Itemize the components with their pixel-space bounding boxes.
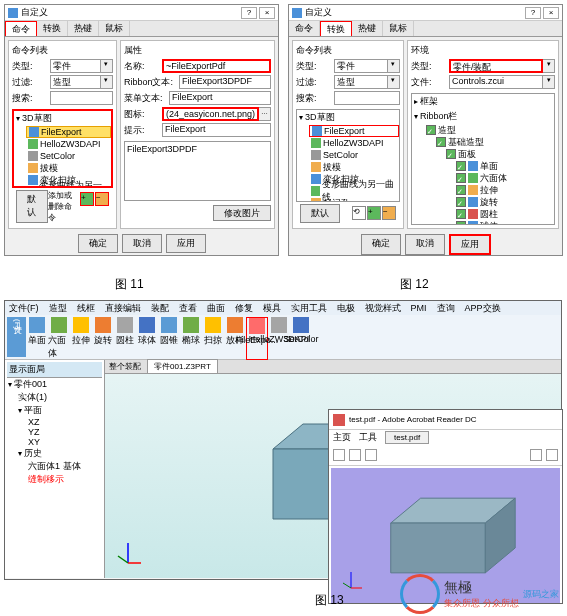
name-field[interactable]: ~FileExportPdf [162,59,271,73]
ribbon-btn[interactable]: 单面 [26,317,48,360]
tab-hotkey[interactable]: 热键 [68,21,99,36]
menu-item[interactable]: 电极 [337,302,355,315]
env-tree[interactable]: ▸框架 ▾Ribbon栏 造型 基础造型 面板 单面 六面体 拉伸 旋转 [411,93,555,225]
default-button[interactable]: 默认 [300,204,340,223]
document-tab[interactable]: 零件001.Z3PRT [147,359,218,374]
pdf-save-icon[interactable] [333,449,345,461]
menu-field[interactable]: FileExport [169,91,271,105]
side-tab[interactable]: 显示面局 [7,362,102,378]
search-field[interactable] [50,91,113,105]
command-tree[interactable]: ▾3D草图 FileExport HelloZW3DAPI SetColor 拔… [12,109,113,188]
ribbon-btn[interactable]: 六面体 [48,317,70,360]
ribbon: 文件(F) 单面 六面体 拉伸 旋转 圆柱 球体 圆锥 椭球 扫掠 放样 Fil… [5,315,561,360]
cancel-button[interactable]: 取消 [405,234,445,255]
close-button[interactable]: × [543,7,559,19]
dialog-title: 自定义 [21,6,241,19]
svg-marker-7 [391,523,486,573]
search-field[interactable] [334,91,400,105]
menu-item[interactable]: 查看 [179,302,197,315]
help-button[interactable]: ? [525,7,541,19]
side-root[interactable]: ▾零件001 [7,378,102,391]
pdf-toolbar [329,444,562,466]
menu-item[interactable]: 曲面 [207,302,225,315]
type-field[interactable]: 零件 [334,59,388,73]
desc-area[interactable]: FileExport3DPDF [124,141,271,201]
menu-item[interactable]: 装配 [151,302,169,315]
ribbon-label: Ribbon文本: [124,76,179,89]
ribbon-btn[interactable]: 拉伸 [70,317,92,360]
menu-item[interactable]: 直接编辑 [105,302,141,315]
tab-transfer[interactable]: 转换 [37,21,68,36]
pdf-titlebar[interactable]: test.pdf - Adobe Acrobat Reader DC [329,410,562,430]
titlebar[interactable]: 自定义 ? × [289,5,562,21]
ribbon-btn[interactable]: 圆锥 [158,317,180,360]
close-button[interactable]: × [259,7,275,19]
modify-image-button[interactable]: 修改图片 [213,205,271,221]
pdf-nav-icon[interactable] [530,449,542,461]
tree-item[interactable]: HelloZW3DAPI [40,139,101,149]
ok-button[interactable]: 确定 [361,234,401,255]
menu-item[interactable]: 文件(F) [9,302,39,315]
pdf-home[interactable]: 主页 [333,431,351,444]
ribbon-filetab[interactable]: 文件(F) [7,317,26,357]
del-button[interactable]: − [95,192,109,206]
apply-button[interactable]: 应用 [449,234,491,255]
ribbon-btn[interactable]: SetColor [290,317,312,360]
axis-triad-icon [113,538,143,570]
ribbon-field[interactable]: FileExport3DPDF [179,75,271,89]
pdf-zoom-icon[interactable] [546,449,558,461]
pdf-tab[interactable]: test.pdf [385,431,429,444]
ribbon-btn[interactable]: 圆柱 [114,317,136,360]
tab-command[interactable]: 命令 [5,21,37,36]
icon-field[interactable]: (24_easyicon.net.png) [162,107,259,121]
ribbon-btn[interactable]: 椭球 [180,317,202,360]
apply-button[interactable]: 应用 [166,234,206,253]
env-type-field[interactable]: 零件/装配 [449,59,543,73]
tab-mouse[interactable]: 鼠标 [383,21,414,36]
hint-field[interactable]: FileExport [162,123,271,137]
filter-field[interactable]: 造型 [334,75,388,89]
add-button[interactable]: + [80,192,94,206]
menu-item[interactable]: APP交换 [465,302,501,315]
menu-item[interactable]: 造型 [49,302,67,315]
menu-item[interactable]: 视觉样式 [365,302,401,315]
ribbon-btn[interactable]: 扫掠 [202,317,224,360]
ribbon-btn[interactable]: 旋转 [92,317,114,360]
menu-item[interactable]: 修复 [235,302,253,315]
tree-item[interactable]: SetColor [40,151,75,161]
icon-browse[interactable]: … [259,107,271,121]
menu-item[interactable]: 实用工具 [291,302,327,315]
tree-item[interactable]: 变形曲线为另一曲线 [39,179,109,188]
tab-mouse[interactable]: 鼠标 [99,21,130,36]
menu-item[interactable]: PMI [411,303,427,313]
tab-hotkey[interactable]: 热键 [352,21,383,36]
type-dropdown[interactable]: ▾ [101,59,113,73]
env-file-field[interactable]: Controls.zcui [449,75,543,89]
hint-label: 提示: [124,124,162,137]
filter-dropdown[interactable]: ▾ [101,75,113,89]
ribbon-btn[interactable]: 球体 [136,317,158,360]
filter-field[interactable]: 造型 [50,75,101,89]
tab-transfer[interactable]: 转换 [320,21,352,36]
pdf-mail-icon[interactable] [365,449,377,461]
default-button[interactable]: 默认 [16,190,48,223]
type-field[interactable]: 零件 [50,59,101,73]
cancel-button[interactable]: 取消 [122,234,162,253]
tab-command[interactable]: 命令 [289,21,320,36]
svg-line-11 [343,583,351,588]
pdf-tools[interactable]: 工具 [359,431,377,444]
command-tree[interactable]: ▾3D草图 FileExport HelloZW3DAPI SetColor 拔… [296,109,400,202]
menu-item[interactable]: 查询 [437,302,455,315]
menu-item[interactable]: 线框 [77,302,95,315]
tree-item[interactable]: FileExport [324,126,365,136]
help-button[interactable]: ? [241,7,257,19]
group-label: 属性 [124,44,271,57]
titlebar[interactable]: 自定义 ? × [5,5,278,21]
logo-name: 無極 [444,579,519,597]
tree-item[interactable]: FileExport [41,127,82,137]
pdf-icon [333,414,345,426]
menu-item[interactable]: 模具 [263,302,281,315]
ok-button[interactable]: 确定 [78,234,118,253]
pdf-print-icon[interactable] [349,449,361,461]
view-scope[interactable]: 整个装配 [109,361,141,372]
